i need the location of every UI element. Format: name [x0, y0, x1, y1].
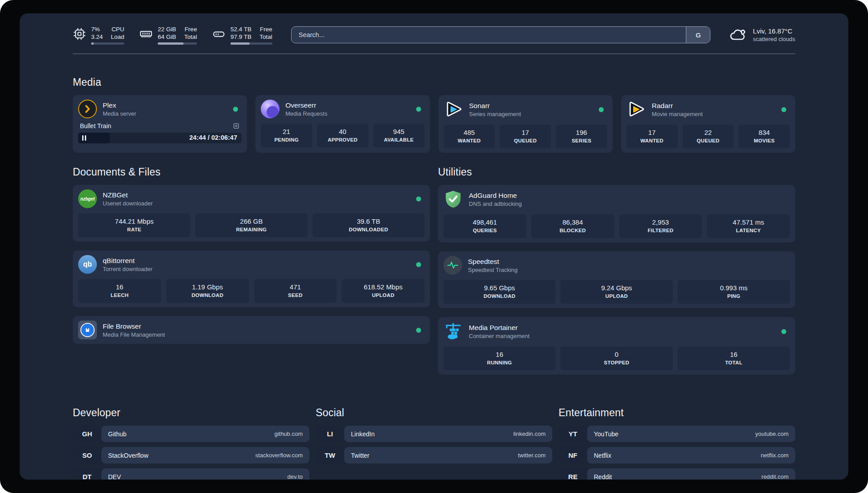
stat-wanted: 485WANTED [444, 125, 495, 148]
cpu-load-value: 3.24 [91, 33, 103, 41]
service-card-qbittorrent[interactable]: qb qBittorrent Torrent downloader 16LEEC… [73, 251, 430, 307]
disk-usage-bar [230, 42, 272, 45]
bookmark-url: github.com [274, 430, 303, 437]
service-description: Series management [469, 110, 521, 118]
bookmark-abbr: NF [559, 447, 587, 464]
service-name: File Browser [103, 322, 165, 331]
service-name: Overseerr [285, 101, 327, 110]
section-title-documents: Documents & Files [73, 166, 430, 178]
speedtest-icon [443, 256, 462, 275]
bookmark-dev[interactable]: DT DEVdev.to [73, 468, 309, 480]
bookmark-label: DEV [108, 473, 121, 480]
service-description: Torrent downloader [103, 265, 152, 273]
stat-movies: 834MOVIES [739, 125, 790, 148]
plex-icon [78, 100, 97, 118]
bookmark-abbr: GH [73, 426, 101, 442]
search-provider-button[interactable]: G [686, 27, 710, 43]
disk-free-label: Free [259, 25, 272, 33]
stat-pending: 21PENDING [261, 124, 312, 147]
stat-latency: 47.571 msLATENCY [707, 214, 790, 238]
service-card-overseerr[interactable]: Overseerr Media Requests 21PENDING 40APP… [255, 95, 430, 153]
service-description: DNS and adblocking [469, 200, 522, 208]
stat-download: 1.19 GbpsDOWNLOAD [166, 279, 249, 303]
transcode-icon [233, 122, 240, 130]
weather-location-temp: Lviv, 16.87°C [753, 27, 795, 35]
service-description: Container management [469, 332, 530, 340]
bookmark-github[interactable]: GH Githubgithub.com [73, 426, 309, 442]
bookmark-stackoverflow[interactable]: SO StackOverflowstackoverflow.com [73, 447, 309, 464]
bookmark-label: YouTube [594, 430, 618, 438]
status-dot [781, 107, 786, 112]
service-card-filebrowser[interactable]: File Browser Media File Management [73, 316, 430, 344]
bookmark-label: StackOverflow [108, 452, 148, 459]
stat-queued: 17QUEUED [500, 125, 551, 148]
service-description: Movie management [652, 110, 703, 118]
service-card-portainer[interactable]: Media Portainer Container management 16R… [438, 317, 795, 375]
bookmark-abbr: TW [316, 447, 344, 464]
service-card-nzbget[interactable]: nzbget NZBGet Usenet downloader 744.21 M… [73, 185, 430, 242]
bookmark-reddit[interactable]: RE Redditreddit.com [559, 468, 795, 480]
cpu-usage-value: 7% [91, 25, 103, 33]
stat-filtered: 2,953FILTERED [619, 214, 702, 238]
pause-icon [82, 135, 86, 141]
bookmark-group-developer: Developer GH Githubgithub.com SO StackOv… [73, 407, 309, 480]
stat-upload: 9.24 GbpsUPLOAD [560, 280, 672, 304]
bookmark-group-title: Entertainment [559, 407, 795, 419]
nzbget-icon: nzbget [78, 189, 97, 208]
resource-widgets: 7% 3.24 CPU Load [73, 25, 272, 45]
bookmark-url: dev.to [288, 473, 303, 480]
bookmark-abbr: DT [73, 468, 101, 480]
service-description: Speedtest Tracking [468, 266, 517, 274]
status-dot [416, 107, 421, 112]
status-dot [416, 328, 421, 333]
bookmark-netflix[interactable]: NF Netflixnetflix.com [559, 447, 795, 464]
service-name: qBittorrent [103, 256, 152, 265]
status-dot [599, 107, 604, 112]
bookmark-group-entertainment: Entertainment YT YouTubeyoutube.com NF N… [559, 407, 795, 480]
stat-total: 16TOTAL [678, 347, 790, 370]
bookmark-label: Twitter [351, 452, 369, 459]
stat-stopped: 0STOPPED [560, 347, 672, 370]
bookmark-url: stackoverflow.com [255, 452, 303, 459]
service-description: Media File Management [103, 331, 165, 338]
stat-seed: 471SEED [254, 279, 337, 303]
now-playing-title: Bullet Train [80, 122, 111, 130]
bookmark-label: LinkedIn [351, 430, 375, 438]
disk-total-value: 97.9 TB [230, 33, 251, 41]
memory-icon [139, 27, 153, 41]
bookmark-group-title: Developer [73, 407, 309, 419]
service-name: Speedtest [468, 257, 517, 266]
disk-icon [212, 27, 225, 41]
bookmark-linkedin[interactable]: LI LinkedInlinkedin.com [316, 426, 552, 442]
disk-widget: 52.4 TB 97.9 TB Free Total [212, 25, 272, 45]
bookmark-youtube[interactable]: YT YouTubeyoutube.com [559, 426, 795, 442]
playback-progress-bar: 24:44 / 02:06:47 [78, 133, 242, 143]
service-card-sonarr[interactable]: Sonarr Series management 485WANTED 17QUE… [438, 95, 613, 153]
bookmark-twitter[interactable]: TW Twittertwitter.com [316, 447, 552, 464]
service-name: Radarr [652, 101, 703, 110]
cpu-usage-bar [91, 42, 124, 45]
overseerr-icon [261, 100, 280, 118]
stat-queued: 22QUEUED [683, 125, 734, 148]
memory-usage-bar [158, 42, 197, 45]
bookmark-url: reddit.com [761, 473, 789, 480]
section-title-utilities: Utilities [438, 166, 795, 178]
service-card-speedtest[interactable]: Speedtest Speedtest Tracking 9.65 GbpsDO… [438, 251, 795, 308]
service-description: Media Requests [285, 110, 327, 117]
service-card-radarr[interactable]: Radarr Movie management 17WANTED 22QUEUE… [621, 95, 795, 153]
portainer-icon [443, 322, 463, 341]
service-card-adguard[interactable]: AdGuard Home DNS and adblocking 498,461Q… [438, 185, 795, 242]
service-name: NZBGet [103, 191, 153, 200]
memory-free-value: 22 GiB [158, 25, 176, 33]
memory-free-label: Free [184, 25, 197, 33]
stat-download: 9.65 GbpsDOWNLOAD [443, 280, 555, 304]
weather-condition: scattered clouds [753, 35, 795, 43]
bookmark-url: linkedin.com [513, 430, 546, 437]
service-name: Media Portainer [469, 323, 530, 332]
service-name: Plex [103, 101, 136, 110]
stat-running: 16RUNNING [443, 347, 555, 370]
service-card-plex[interactable]: Plex Media server Bullet Train 24:44 / 0… [73, 95, 247, 153]
search-input[interactable] [292, 27, 686, 43]
qbittorrent-icon: qb [78, 255, 97, 274]
stat-wanted: 17WANTED [626, 125, 678, 148]
